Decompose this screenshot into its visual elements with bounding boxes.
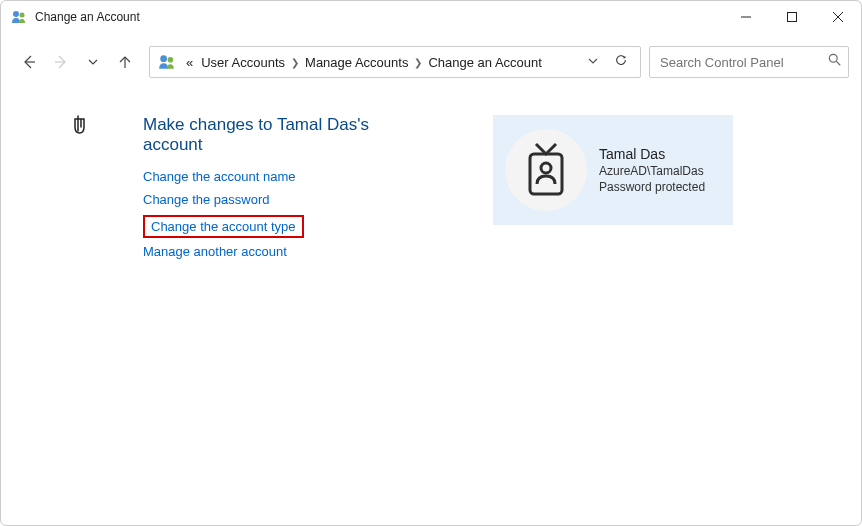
- svg-rect-3: [788, 13, 797, 22]
- account-domain: AzureAD\TamalDas: [599, 164, 705, 178]
- svg-point-11: [829, 54, 837, 62]
- user-accounts-icon: [11, 9, 27, 25]
- forward-button[interactable]: [45, 46, 77, 78]
- change-type-link[interactable]: Change the account type: [151, 219, 296, 234]
- breadcrumb-manage-accounts[interactable]: Manage Accounts: [301, 55, 412, 70]
- change-name-link[interactable]: Change the account name: [143, 169, 296, 184]
- address-bar[interactable]: « User Accounts ❯ Manage Accounts ❯ Chan…: [149, 46, 641, 78]
- search-icon: [828, 53, 842, 71]
- up-button[interactable]: [109, 46, 141, 78]
- account-card[interactable]: Tamal Das AzureAD\TamalDas Password prot…: [493, 115, 733, 225]
- close-button[interactable]: [815, 1, 861, 33]
- breadcrumb-prefix: «: [182, 55, 197, 70]
- search-input[interactable]: [660, 55, 828, 70]
- window-title: Change an Account: [35, 10, 723, 24]
- change-password-link[interactable]: Change the password: [143, 192, 269, 207]
- user-accounts-icon: [158, 53, 176, 71]
- svg-point-1: [20, 13, 25, 18]
- actions-panel: Make changes to Tamal Das's account Chan…: [143, 115, 433, 267]
- svg-point-9: [160, 55, 167, 62]
- avatar: [505, 129, 587, 211]
- account-info: Tamal Das AzureAD\TamalDas Password prot…: [599, 146, 705, 194]
- maximize-button[interactable]: [769, 1, 815, 33]
- main-content: Make changes to Tamal Das's account Chan…: [1, 83, 861, 267]
- back-button[interactable]: [13, 46, 45, 78]
- svg-point-10: [168, 57, 174, 63]
- window-controls: [723, 1, 861, 33]
- titlebar: Change an Account: [1, 1, 861, 33]
- window: Change an Account: [0, 0, 862, 526]
- address-dropdown[interactable]: [584, 52, 602, 72]
- highlighted-action: Change the account type: [143, 215, 304, 238]
- account-name: Tamal Das: [599, 146, 705, 162]
- breadcrumb-change-account[interactable]: Change an Account: [424, 55, 545, 70]
- content-area: « User Accounts ❯ Manage Accounts ❯ Chan…: [1, 33, 861, 267]
- minimize-button[interactable]: [723, 1, 769, 33]
- account-status: Password protected: [599, 180, 705, 194]
- address-bar-right: [584, 49, 632, 75]
- chevron-right-icon: ❯: [289, 57, 301, 68]
- search-box[interactable]: [649, 46, 849, 78]
- toolbar: « User Accounts ❯ Manage Accounts ❯ Chan…: [1, 41, 861, 83]
- svg-line-12: [836, 61, 840, 65]
- svg-point-0: [13, 11, 19, 17]
- recent-dropdown[interactable]: [77, 46, 109, 78]
- refresh-button[interactable]: [610, 49, 632, 75]
- breadcrumb-user-accounts[interactable]: User Accounts: [197, 55, 289, 70]
- page-heading: Make changes to Tamal Das's account: [143, 115, 433, 155]
- chevron-right-icon: ❯: [412, 57, 424, 68]
- manage-another-link[interactable]: Manage another account: [143, 244, 287, 259]
- svg-point-14: [541, 163, 551, 173]
